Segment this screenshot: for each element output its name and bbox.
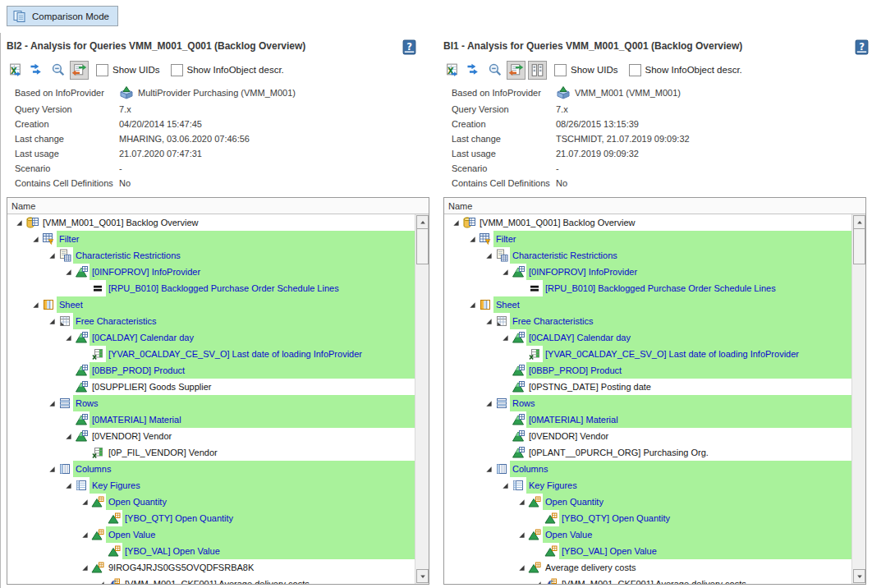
scroll-down-button[interactable] <box>416 569 429 583</box>
expand-arrow-icon[interactable] <box>449 214 462 231</box>
tree-row[interactable]: [YVAR_0CALDAY_CE_SV_O] Last date of load… <box>7 346 415 362</box>
export-button[interactable]: X <box>443 61 461 80</box>
tree-row[interactable]: Open Value <box>444 526 851 543</box>
tree-row[interactable]: Key Figures <box>444 477 851 494</box>
export-button[interactable]: X <box>6 61 25 80</box>
expand-arrow-icon[interactable] <box>45 313 58 329</box>
tree-row[interactable]: [0CALDAY] Calendar day <box>7 329 415 346</box>
expand-arrow-icon[interactable] <box>466 296 479 313</box>
tree-row[interactable]: [0P_FIL_VENDOR] Vendor <box>7 444 415 461</box>
tree-row[interactable]: Columns <box>7 461 415 477</box>
tree-row[interactable]: f[VMM_M001_CKF001] Average delivery cost… <box>444 576 851 584</box>
scroll-thumb[interactable] <box>416 228 429 264</box>
tree-row[interactable]: [0MATERIAL] Material <box>7 411 415 428</box>
expand-arrow-icon[interactable] <box>62 477 75 494</box>
expand-arrow-icon[interactable] <box>531 576 544 584</box>
show-uids-checkbox[interactable] <box>554 64 567 76</box>
tree-row[interactable]: Open Value <box>7 526 415 543</box>
scroll-up-button[interactable] <box>853 215 865 229</box>
tree-row[interactable]: Columns <box>444 461 851 477</box>
tree-row[interactable]: Filter <box>444 231 851 247</box>
tree-row[interactable]: f[VMM_M001_CKF001] Average delivery cost… <box>7 576 415 584</box>
show-infoobject-descr-checkbox[interactable] <box>171 64 183 76</box>
tree-row[interactable]: [YBO_QTY] Open Quantity <box>444 510 851 526</box>
tree-row[interactable]: Key Figures <box>7 477 415 494</box>
expand-arrow-icon[interactable] <box>498 329 512 346</box>
tree-row[interactable]: Sheet <box>7 296 415 313</box>
scroll-up-button[interactable] <box>416 215 429 229</box>
compare-button[interactable] <box>507 61 525 80</box>
scroll-thumb[interactable] <box>853 228 865 264</box>
tree-row[interactable]: [0CALDAY] Calendar day <box>444 329 851 346</box>
expand-arrow-icon[interactable] <box>78 559 91 576</box>
tree-row[interactable]: [YBO_QTY] Open Quantity <box>7 510 415 526</box>
tree-row[interactable]: [YBO_VAL] Open Value <box>444 543 851 559</box>
tree-row[interactable]: [0INFOPROV] InfoProvider <box>444 264 851 280</box>
tree-row[interactable]: Rows <box>444 395 851 411</box>
expand-arrow-icon[interactable] <box>515 559 528 576</box>
tree-row[interactable]: [0PLANT__0PURCH_ORG] Purchasing Org. <box>444 444 851 461</box>
transfer-button[interactable] <box>464 61 483 80</box>
tree-row[interactable]: [RPU_B010] Backlogged Purchase Order Sch… <box>444 280 851 296</box>
expand-arrow-icon[interactable] <box>62 264 75 280</box>
show-uids-checkbox[interactable] <box>96 64 108 76</box>
expand-arrow-icon[interactable] <box>515 526 528 543</box>
tree-row[interactable]: Filter <box>7 231 415 247</box>
expand-arrow-icon[interactable] <box>94 576 108 584</box>
tree-row[interactable]: Characteristic Restrictions <box>444 247 851 264</box>
tree-row[interactable]: [VMM_M001_Q001] Backlog Overview <box>444 214 851 231</box>
tree-row[interactable]: [0VENDOR] Vendor <box>7 428 415 444</box>
expand-arrow-icon[interactable] <box>45 395 58 411</box>
tree-row[interactable]: [0PSTNG_DATE] Posting date <box>444 379 851 395</box>
tree-row[interactable]: [VMM_M001_Q001] Backlog Overview <box>7 214 415 231</box>
compare-button[interactable] <box>70 61 89 80</box>
expand-arrow-icon[interactable] <box>498 477 512 494</box>
tree-row[interactable]: [0VENDOR] Vendor <box>444 428 851 444</box>
zoom-out-button[interactable] <box>48 61 67 80</box>
expand-arrow-icon[interactable] <box>498 264 512 280</box>
tree-row[interactable]: Free Characteristics <box>7 313 415 329</box>
tree-row[interactable]: [YVAR_0CALDAY_CE_SV_O] Last date of load… <box>444 346 851 362</box>
expand-arrow-icon[interactable] <box>62 329 75 346</box>
tree-row[interactable]: [0BBP_PROD] Product <box>7 362 415 379</box>
tree-column-header-name[interactable]: Name <box>7 198 429 214</box>
tree-row[interactable]: [RPU_B010] Backlogged Purchase Order Sch… <box>7 280 415 296</box>
technical-display-button[interactable] <box>528 61 547 80</box>
tree-row[interactable]: Rows <box>7 395 415 411</box>
tree-row[interactable]: [0BBP_PROD] Product <box>444 362 851 379</box>
expand-arrow-icon[interactable] <box>45 461 58 477</box>
tree-row[interactable]: Open Quantity <box>444 494 851 510</box>
tree-row[interactable]: Sheet <box>444 296 851 313</box>
tree-row[interactable]: Characteristic Restrictions <box>7 247 415 264</box>
show-infoobject-descr-checkbox[interactable] <box>629 64 641 76</box>
expand-arrow-icon[interactable] <box>78 494 91 510</box>
tree-scrollbar[interactable] <box>851 214 865 584</box>
expand-arrow-icon[interactable] <box>29 296 42 313</box>
expand-arrow-icon[interactable] <box>482 461 495 477</box>
expand-arrow-icon[interactable] <box>12 214 25 231</box>
expand-arrow-icon[interactable] <box>29 231 42 247</box>
zoom-out-button[interactable] <box>485 61 504 80</box>
tree-row[interactable]: [0MATERIAL] Material <box>444 411 851 428</box>
tree-row[interactable]: [0SUPPLIER] Goods Supplier <box>7 379 415 395</box>
tree-row[interactable]: [YBO_VAL] Open Value <box>7 543 415 559</box>
tree-scrollbar[interactable] <box>415 214 429 584</box>
help-button[interactable]: ? <box>402 39 416 55</box>
scroll-down-button[interactable] <box>853 569 865 583</box>
expand-arrow-icon[interactable] <box>45 247 58 264</box>
expand-arrow-icon[interactable] <box>482 247 495 264</box>
transfer-button[interactable] <box>27 61 46 80</box>
tree-row[interactable]: Free Characteristics <box>444 313 851 329</box>
tree-row[interactable]: [0INFOPROV] InfoProvider <box>7 264 415 280</box>
tree-row[interactable]: Average delivery costs <box>444 559 851 576</box>
expand-arrow-icon[interactable] <box>482 395 495 411</box>
expand-arrow-icon[interactable] <box>515 494 528 510</box>
tree-row[interactable]: Open Quantity <box>7 494 415 510</box>
expand-arrow-icon[interactable] <box>466 231 479 247</box>
expand-arrow-icon[interactable] <box>482 313 495 329</box>
expand-arrow-icon[interactable] <box>78 526 91 543</box>
tree-row[interactable]: 9IROG4JRJS0GS5OVQDFSRBA8K <box>7 559 415 576</box>
help-button[interactable]: ? <box>855 39 869 55</box>
tree-column-header-name[interactable]: Name <box>444 198 865 214</box>
expand-arrow-icon[interactable] <box>62 428 75 444</box>
